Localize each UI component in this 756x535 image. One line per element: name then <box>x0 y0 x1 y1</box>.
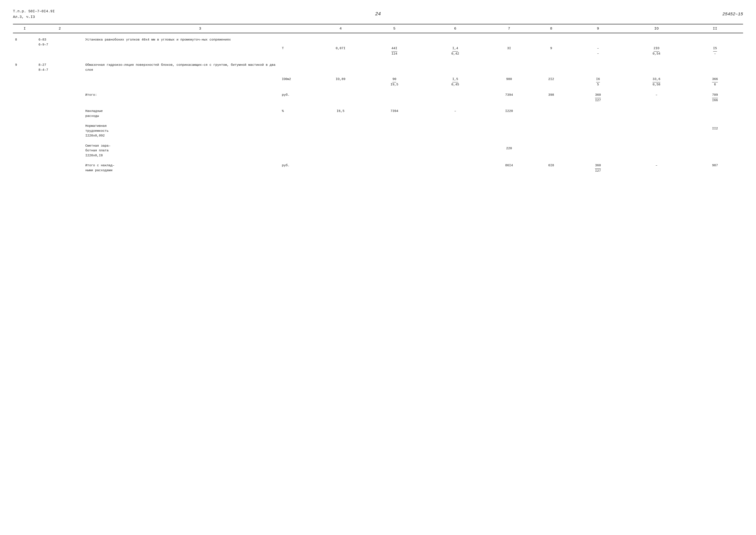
header-doc-number: 25452–15 <box>722 12 743 16</box>
normativ-col10 <box>626 120 687 140</box>
row8-col11: I5 – <box>687 33 743 58</box>
itogo-naklad-col7: 86I4 <box>486 159 532 175</box>
normativ-col2 <box>37 120 83 140</box>
row9-col2: 8–27 8–4–7 <box>37 58 83 88</box>
smetnaya-col1 <box>13 140 37 159</box>
itogo-naklad-col5 <box>364 159 425 175</box>
header-ref-line1: Т.п.р. 50I–7–0I4.9I <box>13 9 55 14</box>
col-header-5: 5 <box>364 24 425 33</box>
row9-col8: 2I2 <box>532 58 570 88</box>
itogo-naklad-row: Итого с наклад–ными расходами руб. 86I4 … <box>13 159 743 175</box>
normativ-col9 <box>570 120 626 140</box>
smetnaya-row: Сметная зара–ботная платаI220х0,I8 220 <box>13 140 743 159</box>
smetnaya-col10 <box>626 140 687 159</box>
normativ-label: НормативнаятрудоемкостьI220х0,092 <box>83 120 280 140</box>
row9-col4: IO,89 <box>317 58 364 88</box>
col-header-11: II <box>687 24 743 33</box>
table-row: 9 8–27 8–4–7 Обмазочная гидроизо–ляция п… <box>13 58 743 88</box>
row9-col3-desc: Обмазочная гидроизо–ляция поверхностей б… <box>83 58 280 88</box>
itogo-label: Итого: <box>83 88 280 104</box>
col-header-2: 2 <box>37 24 83 33</box>
row8-col1: 8 <box>13 33 37 58</box>
normativ-col7 <box>486 120 532 140</box>
row8-col6: I,4 0,42 <box>425 33 486 58</box>
header-ref-line2: Ал.3, ч.I3 <box>13 14 55 20</box>
normativ-col4 <box>317 120 364 140</box>
main-table: I 2 3 4 5 6 7 8 9 IO II 8 6–83 6–9–7 Уст… <box>13 24 743 175</box>
itogo-naklad-col6 <box>425 159 486 175</box>
col-header-9: 9 <box>570 24 626 33</box>
table-row: 8 6–83 6–9–7 Установка равнобоких уголко… <box>13 33 743 58</box>
col-header-8: 8 <box>532 24 570 33</box>
smetnaya-col5 <box>364 140 425 159</box>
row8-col9: – – <box>570 33 626 58</box>
smetnaya-unit <box>280 140 317 159</box>
itogo-col9: 360 I27 <box>570 88 626 104</box>
nakladnye-col7: I220 <box>486 104 532 120</box>
smetnaya-col7: 220 <box>486 140 532 159</box>
row8-col2: 6–83 6–9–7 <box>37 33 83 58</box>
row9-col9: I6 5 <box>570 58 626 88</box>
col-header-10: IO <box>626 24 687 33</box>
nakladnye-col9 <box>570 104 626 120</box>
itogo-col2 <box>37 88 83 104</box>
nakladnye-col6: – <box>425 104 486 120</box>
itogo-naklad-col8: 6I8 <box>532 159 570 175</box>
itogo-naklad-col9: 360 I27 <box>570 159 626 175</box>
smetnaya-col9 <box>570 140 626 159</box>
itogo-col7: 7394 <box>486 88 532 104</box>
col-header-4: 4 <box>317 24 364 33</box>
itogo-naklad-col2 <box>37 159 83 175</box>
row8-col7: 3I <box>486 33 532 58</box>
nakladnye-col2 <box>37 104 83 120</box>
row9-col10: 33,6 0,58 <box>626 58 687 88</box>
itogo-col10: – <box>626 88 687 104</box>
page-header: Т.п.р. 50I–7–0I4.9I Ал.3, ч.I3 24 25452–… <box>13 9 743 20</box>
nakladnye-col11 <box>687 104 743 120</box>
normativ-col1 <box>13 120 37 140</box>
nakladnye-col4: I6,5 <box>317 104 364 120</box>
col-header-7: 7 <box>486 24 532 33</box>
itogo-unit: руб. <box>280 88 317 104</box>
itogo-col5 <box>364 88 425 104</box>
row8-col10: 2IO 0,54 <box>626 33 687 58</box>
itogo-row: Итого: руб. 7394 398 360 I27 – 709 I66 <box>13 88 743 104</box>
itogo-naklad-col11: 987 <box>687 159 743 175</box>
itogo-naklad-col1 <box>13 159 37 175</box>
row8-col3-desc: Установка равнобоких уголков 40х4 мм в у… <box>83 33 280 58</box>
row8-col3-unit: Т <box>280 33 317 58</box>
col-header-3: 3 <box>83 24 317 33</box>
nakladnye-label: Накладныерасходы <box>83 104 280 120</box>
row9-col5: 90 I9,5 <box>364 58 425 88</box>
smetnaya-col11 <box>687 140 743 159</box>
itogo-naklad-col10: – <box>626 159 687 175</box>
nakladnye-col10 <box>626 104 687 120</box>
row8-col4: 0,07I <box>317 33 364 58</box>
normativ-unit <box>280 120 317 140</box>
normativ-col8 <box>532 120 570 140</box>
nakladnye-col1 <box>13 104 37 120</box>
normativ-row: НормативнаятрудоемкостьI220х0,092 II2 <box>13 120 743 140</box>
row9-col7: 980 <box>486 58 532 88</box>
table-header-row: I 2 3 4 5 6 7 8 9 IO II <box>13 24 743 33</box>
smetnaya-col4 <box>317 140 364 159</box>
header-left: Т.п.р. 50I–7–0I4.9I Ал.3, ч.I3 <box>13 9 55 20</box>
itogo-col1 <box>13 88 37 104</box>
row8-col5: 44I I24 <box>364 33 425 58</box>
smetnaya-col8 <box>532 140 570 159</box>
row9-col11: 366 6 <box>687 58 743 88</box>
col-header-6: 6 <box>425 24 486 33</box>
col-header-1: I <box>13 24 37 33</box>
itogo-col6 <box>425 88 486 104</box>
normativ-col11: II2 <box>687 120 743 140</box>
nakladnye-col8 <box>532 104 570 120</box>
normativ-col6 <box>425 120 486 140</box>
itogo-col11: 709 I66 <box>687 88 743 104</box>
itogo-naklad-label: Итого с наклад–ными расходами <box>83 159 280 175</box>
smetnaya-col2 <box>37 140 83 159</box>
nakladnye-col5: 7394 <box>364 104 425 120</box>
row9-col3-unit: IO0м2 <box>280 58 317 88</box>
smetnaya-label: Сметная зара–ботная платаI220х0,I8 <box>83 140 280 159</box>
nakladnye-unit: % <box>280 104 317 120</box>
itogo-naklad-unit: руб. <box>280 159 317 175</box>
